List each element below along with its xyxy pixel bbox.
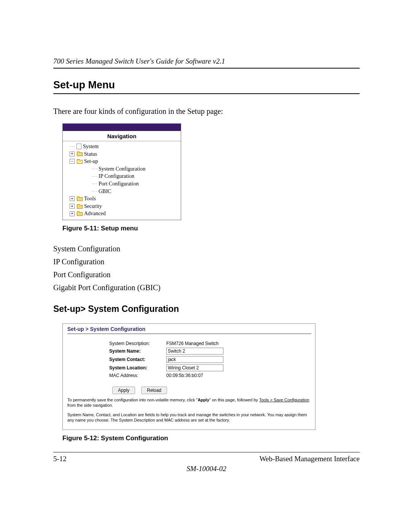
- config-item: Gigabit Port Configuration (GBIC): [53, 281, 360, 294]
- folder-open-icon: [77, 159, 83, 164]
- footer-section-name: Web-Based Management Interface: [260, 455, 360, 463]
- figure-5-11-caption: Figure 5-11: Setup menu: [62, 225, 360, 232]
- row-system-name: System Name:: [109, 348, 311, 355]
- config-item: IP Configuration: [53, 255, 360, 268]
- document-code: SM-10004-02: [53, 465, 360, 473]
- input-system-name[interactable]: [166, 348, 223, 355]
- footer-divider: [53, 452, 360, 452]
- label-system-contact: System Contact:: [109, 357, 166, 362]
- label-system-location: System Location:: [109, 365, 166, 371]
- nav-label: Advanced: [84, 210, 106, 217]
- system-config-panel-figure: Set-up > System Configuration System Des…: [62, 323, 315, 430]
- section-sysconf-title: Set-up> System Configuration: [53, 304, 360, 314]
- nav-label: Set-up: [84, 158, 98, 165]
- nav-label: System Configuration: [99, 165, 145, 173]
- nav-label: System: [83, 143, 99, 150]
- nav-item-gbic[interactable]: GBIC: [65, 188, 178, 195]
- nav-label: Status: [84, 150, 97, 158]
- doc-header: 700 Series Managed Switch User's Guide f…: [53, 57, 360, 69]
- config-item: Port Configuration: [53, 268, 360, 281]
- expand-icon[interactable]: +: [70, 196, 75, 201]
- nav-item-setup[interactable]: − Set-up: [65, 158, 178, 165]
- expand-icon[interactable]: +: [70, 211, 75, 216]
- sysconf-form: System Description: FSM726 Managed Switc…: [109, 341, 311, 378]
- value-mac-address: 00:09:5b:36:b0:07: [166, 373, 203, 378]
- sysconf-breadcrumb: Set-up > System Configuration: [67, 326, 311, 332]
- nav-label: Tools: [84, 195, 96, 203]
- apply-button[interactable]: Apply: [112, 387, 135, 394]
- section-setup-menu-title: Set-up Menu: [53, 79, 360, 94]
- page-number: 5-12: [53, 455, 67, 463]
- nav-item-sysconf[interactable]: System Configuration: [65, 165, 178, 173]
- doc-icon: [76, 144, 81, 149]
- navigation-panel-figure: Navigation System + Status − Set-up Syst…: [62, 123, 181, 220]
- nav-item-security[interactable]: + Security: [65, 203, 178, 210]
- nav-item-status[interactable]: + Status: [65, 150, 178, 158]
- row-system-description: System Description: FSM726 Managed Switc…: [109, 341, 311, 346]
- nav-label: Security: [84, 203, 102, 210]
- figure-5-12-caption: Figure 5-12: System Configuration: [62, 435, 360, 442]
- nav-tree: System + Status − Set-up System Configur…: [63, 141, 181, 220]
- folder-icon: [77, 204, 83, 209]
- sysconf-save-note: To permanently save the configuration in…: [67, 397, 311, 408]
- sysconf-fields-note: System Name, Contact, and Location are f…: [67, 412, 311, 423]
- nav-item-advanced[interactable]: + Advanced: [65, 210, 178, 217]
- nav-item-ipconf[interactable]: IP Configuration: [65, 173, 178, 180]
- row-system-location: System Location:: [109, 364, 311, 371]
- collapse-icon[interactable]: −: [70, 159, 75, 164]
- reload-button[interactable]: Reload: [141, 387, 167, 394]
- label-mac-address: MAC Address:: [109, 373, 166, 378]
- nav-banner: [63, 124, 181, 131]
- row-system-contact: System Contact:: [109, 356, 311, 363]
- folder-icon: [77, 197, 83, 201]
- nav-item-tools[interactable]: + Tools: [65, 195, 178, 203]
- folder-icon: [77, 152, 83, 156]
- divider: [67, 334, 311, 334]
- expand-icon[interactable]: +: [70, 204, 75, 209]
- nav-label: IP Configuration: [99, 173, 134, 180]
- nav-item-portconf[interactable]: Port Configuration: [65, 180, 178, 188]
- nav-label: Port Configuration: [99, 180, 139, 188]
- row-mac-address: MAC Address: 00:09:5b:36:b0:07: [109, 373, 311, 378]
- expand-icon[interactable]: +: [70, 152, 75, 157]
- setup-intro-text: There are four kinds of configuration in…: [53, 107, 360, 116]
- input-system-contact[interactable]: [166, 356, 223, 363]
- nav-item-system[interactable]: System: [65, 143, 178, 150]
- label-system-description: System Description:: [109, 341, 166, 346]
- nav-label: GBIC: [99, 188, 111, 195]
- config-kinds-list: System Configuration IP Configuration Po…: [53, 242, 360, 294]
- value-system-description: FSM726 Managed Switch: [166, 341, 218, 346]
- nav-heading: Navigation: [63, 131, 181, 141]
- config-item: System Configuration: [53, 242, 360, 255]
- folder-icon: [77, 211, 83, 216]
- input-system-location[interactable]: [166, 364, 223, 371]
- label-system-name: System Name:: [109, 348, 166, 354]
